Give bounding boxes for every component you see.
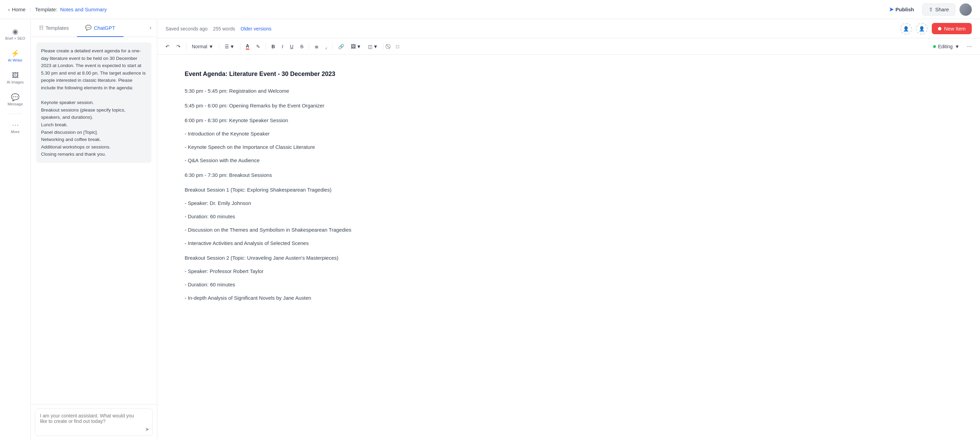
clear-format-button[interactable]: ⃠ (387, 41, 392, 51)
numbered-button[interactable]: ⁁ (323, 42, 329, 51)
sidebar-item-label: AI Writer (8, 58, 22, 62)
underline-button[interactable]: U (287, 42, 296, 51)
editing-mode-button[interactable]: Editing ▼ (930, 42, 963, 51)
tab-templates[interactable]: ☷ Templates (31, 19, 77, 37)
format-select[interactable]: Normal ▼ (189, 42, 216, 51)
new-item-label: New Item (944, 26, 966, 32)
format-chevron-icon: ▼ (208, 44, 213, 49)
user-icon-button[interactable]: 👤 (900, 23, 912, 35)
editing-chevron: ▼ (955, 44, 959, 49)
chat-input-wrapper: ➤ (35, 408, 153, 436)
redo-button[interactable]: ↷ (174, 42, 183, 51)
redo-icon: ↷ (177, 44, 181, 49)
image-button[interactable]: 🖼 ▼ (348, 42, 364, 51)
agenda-block-3: 6:30 pm - 7:30 pm: Breakout Sessions (185, 171, 953, 180)
italic-button[interactable]: I (279, 42, 286, 51)
template-name[interactable]: Notes and Summary (60, 6, 107, 12)
sidebar-item-label: Brief + SEO (5, 36, 25, 40)
agenda-time-2: 6:00 pm - 6:30 pm: Keynote Speaker Sessi… (185, 116, 953, 125)
more-options-icon: ⋯ (967, 44, 972, 49)
strikethrough-button[interactable]: S (298, 42, 306, 51)
strikethrough-icon: S (300, 44, 303, 49)
panel: ☷ Templates 💬 ChatGPT ‹ Please create a … (31, 19, 157, 440)
agenda-item-4-3: - Interactive Activities and Analysis of… (185, 239, 953, 248)
toolbar-divider-3 (240, 43, 240, 50)
chatgpt-tab-icon: 💬 (85, 25, 92, 31)
sidebar-item-label: More (11, 130, 19, 134)
panel-tabs: ☷ Templates 💬 ChatGPT ‹ (31, 19, 157, 37)
new-item-dot (938, 27, 941, 30)
link-button[interactable]: 🔗 (336, 42, 347, 51)
home-label: Home (12, 6, 25, 12)
bold-icon: B (272, 44, 275, 49)
user-icon-button-2[interactable]: 👤 (916, 23, 928, 35)
sidebar-item-more[interactable]: ⋯ More (2, 118, 29, 137)
share-label: Share (935, 6, 949, 12)
toolbar-divider-2 (219, 43, 219, 50)
sidebar-item-label: AI Images (7, 80, 24, 84)
chat-input[interactable] (35, 408, 153, 436)
share-button[interactable]: ⇧ Share (922, 3, 955, 16)
person-icon-2: 👤 (919, 26, 924, 32)
bold-button[interactable]: B (269, 42, 278, 51)
more-options-button[interactable]: ⋯ (964, 42, 975, 51)
publish-button[interactable]: ➤ Publish (885, 3, 918, 15)
editor-content[interactable]: Event Agenda: Literature Event - 30 Dece… (157, 55, 980, 440)
editor-header-right: 👤 👤 New Item (900, 23, 972, 35)
bullet-icon: ≣ (315, 44, 319, 49)
align-chevron: ▼ (230, 44, 235, 49)
ai-images-icon: 🖼 (12, 72, 19, 79)
top-nav: ‹ Home : Template: Notes and Summary ➤ P… (0, 0, 980, 19)
toolbar-divider-1 (186, 43, 186, 50)
sidebar-item-ai-images[interactable]: 🖼 AI Images (2, 69, 29, 88)
sidebar-item-brief-seo[interactable]: ◉ Brief + SEO (2, 25, 29, 44)
agenda-time-5: Breakout Session 2 (Topic: Unraveling Ja… (185, 253, 953, 262)
special-char-button[interactable]: □ (393, 42, 401, 51)
avatar[interactable] (959, 3, 972, 16)
editing-dot (933, 45, 936, 48)
highlight-button[interactable]: ✎ (253, 42, 263, 51)
agenda-item-4-2: - Discussion on the Themes and Symbolism… (185, 225, 953, 234)
home-link[interactable]: ‹ Home (8, 6, 25, 12)
agenda-block-4: Breakout Session 1 (Topic: Exploring Sha… (185, 185, 953, 248)
ai-writer-icon: ⚡ (11, 50, 19, 57)
table-button[interactable]: ◫ ▼ (365, 42, 380, 51)
agenda-block-1: 5:45 pm - 6:00 pm: Opening Remarks by th… (185, 101, 953, 110)
new-item-button[interactable]: New Item (932, 23, 972, 34)
agenda-item-4-0: - Speaker: Dr. Emily Johnson (185, 198, 953, 208)
toolbar-divider-4 (266, 43, 266, 50)
older-versions-link[interactable]: Older versions (241, 26, 272, 32)
undo-icon: ↶ (165, 44, 170, 49)
share-icon: ⇧ (929, 6, 933, 13)
agenda-time-3: 6:30 pm - 7:30 pm: Breakout Sessions (185, 171, 953, 180)
send-button[interactable]: ➤ (145, 426, 150, 432)
sidebar-item-ai-writer[interactable]: ⚡ AI Writer (2, 46, 29, 66)
agenda-time-4: Breakout Session 1 (Topic: Exploring Sha… (185, 185, 953, 194)
align-button[interactable]: ☰ ▼ (222, 42, 237, 51)
image-chevron: ▼ (356, 44, 361, 49)
text-color-button[interactable]: A (243, 41, 252, 52)
sidebar-item-message[interactable]: 💬 Message (2, 90, 29, 110)
bullet-button[interactable]: ≣ (312, 42, 321, 51)
sidebar-item-label: Message (8, 102, 23, 106)
toolbar-divider-5 (309, 43, 309, 50)
sidebar-divider (8, 113, 22, 114)
tab-chatgpt-label: ChatGPT (94, 25, 115, 31)
publish-label: Publish (896, 6, 914, 12)
agenda-item-2-2: - Q&A Session with the Audience (185, 156, 953, 165)
agenda-item-2-1: - Keynote Speech on the Importance of Cl… (185, 142, 953, 151)
agenda-block-0: 5:30 pm - 5:45 pm: Registration and Welc… (185, 86, 953, 96)
message-icon: 💬 (11, 94, 19, 100)
saved-status: Saved seconds ago (165, 26, 208, 32)
image-icon: 🖼 (351, 44, 356, 49)
tab-templates-label: Templates (46, 25, 69, 31)
sidebar: ◉ Brief + SEO ⚡ AI Writer 🖼 AI Images 💬 … (0, 19, 31, 440)
panel-collapse-button[interactable]: ‹ (144, 19, 157, 37)
undo-button[interactable]: ↶ (163, 42, 172, 51)
editor-title: Event Agenda: Literature Event - 30 Dece… (185, 69, 953, 80)
tab-chatgpt[interactable]: 💬 ChatGPT (77, 19, 123, 37)
top-nav-right: ➤ Publish ⇧ Share (885, 3, 972, 16)
link-icon: 🔗 (338, 44, 344, 49)
top-nav-left: ‹ Home : Template: Notes and Summary (8, 6, 107, 12)
panel-content: Please create a detailed event agenda fo… (31, 37, 157, 404)
